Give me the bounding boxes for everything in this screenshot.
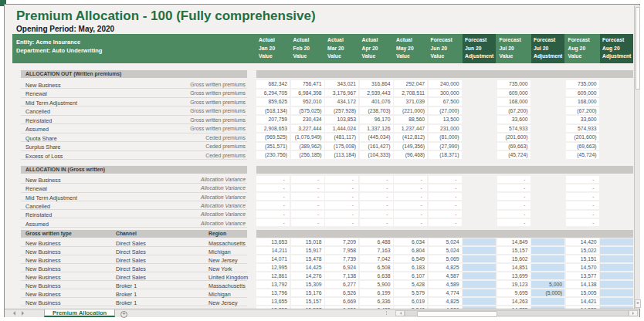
adjustment-cell[interactable] — [600, 272, 633, 279]
value-cell[interactable]: 96,170 — [360, 116, 393, 123]
value-cell[interactable]: (149,356) — [394, 143, 427, 150]
value-cell[interactable]: 207,759 — [256, 116, 290, 123]
value-cell[interactable]: 316,864 — [360, 80, 393, 88]
column-header-apr-20-value[interactable]: ActualApr 20Value — [360, 34, 393, 63]
adjustment-cell[interactable]: (5,000) — [531, 289, 564, 296]
vertical-scrollbar[interactable] — [634, 5, 640, 309]
value-cell[interactable]: 4,774 — [429, 289, 462, 296]
value-cell[interactable]: 15,309 — [291, 281, 324, 288]
value-cell[interactable]: 14,071 — [256, 255, 290, 262]
adjustment-cell[interactable] — [600, 298, 633, 305]
value-cell[interactable]: (389,962) — [291, 143, 324, 150]
add-sheet-button[interactable]: + — [120, 311, 127, 318]
value-cell[interactable]: (81,000) — [429, 133, 462, 141]
variance-cell[interactable]: - — [429, 201, 462, 208]
value-cell[interactable]: 231,000 — [429, 125, 462, 133]
value-cell[interactable]: (69,663) — [497, 143, 530, 150]
value-cell[interactable]: 609,000 — [497, 90, 530, 97]
variance-cell[interactable]: - — [394, 219, 427, 226]
value-cell[interactable]: 14,211 — [256, 247, 290, 254]
value-cell[interactable]: (257,928) — [325, 107, 358, 115]
value-cell[interactable]: 401,076 — [360, 98, 393, 106]
value-cell[interactable]: 6,638 — [360, 272, 393, 279]
value-cell[interactable]: 6,549 — [394, 255, 427, 262]
value-cell[interactable]: 15,602 — [497, 255, 530, 262]
value-cell[interactable]: 1,237,447 — [394, 125, 427, 133]
value-cell[interactable]: 5,900 — [360, 281, 393, 288]
adjustment-cell[interactable] — [531, 264, 564, 271]
value-cell[interactable]: 2,908,653 — [256, 125, 290, 133]
variance-cell[interactable]: - — [497, 201, 530, 208]
variance-cell[interactable]: - — [566, 211, 599, 218]
value-cell[interactable]: 4,825 — [429, 264, 462, 271]
value-cell[interactable]: 15,917 — [291, 247, 324, 254]
value-cell[interactable]: 14,849 — [497, 238, 530, 245]
value-cell[interactable]: (412,812) — [394, 133, 427, 141]
value-cell[interactable]: (69,663) — [566, 143, 599, 150]
value-cell[interactable]: 67,500 — [429, 98, 462, 106]
value-cell[interactable]: 33,600 — [566, 116, 599, 123]
value-cell[interactable]: 5,579 — [394, 289, 427, 296]
value-cell[interactable]: 230,434 — [291, 116, 324, 123]
adjustment-cell[interactable] — [600, 264, 633, 271]
value-cell[interactable]: 15,157 — [497, 247, 530, 254]
value-cell[interactable]: 5,428 — [394, 281, 427, 288]
value-cell[interactable]: 735,000 — [566, 80, 599, 88]
value-cell[interactable]: 2,939,443 — [360, 90, 393, 97]
value-cell[interactable]: 7,138 — [325, 272, 358, 279]
variance-cell[interactable]: - — [566, 184, 599, 191]
variance-cell[interactable]: - — [291, 176, 324, 183]
value-cell[interactable]: 6,336 — [360, 298, 393, 305]
value-cell[interactable]: (230,756) — [256, 151, 290, 159]
value-cell[interactable]: (45,724) — [497, 151, 530, 159]
variance-cell[interactable]: - — [256, 184, 290, 191]
adjustment-cell[interactable] — [600, 289, 633, 296]
variance-cell[interactable]: - — [497, 193, 530, 200]
value-cell[interactable]: 4,589 — [429, 281, 462, 288]
value-cell[interactable]: 574,933 — [566, 125, 599, 133]
column-header-jul-20-value[interactable]: ForecastJul 20Value — [497, 34, 530, 63]
variance-cell[interactable]: - — [360, 211, 393, 218]
value-cell[interactable]: (67,200) — [566, 107, 599, 115]
value-cell[interactable]: (256,185) — [291, 151, 324, 159]
variance-cell[interactable]: - — [291, 211, 324, 218]
value-cell[interactable]: (113,184) — [325, 151, 358, 159]
value-cell[interactable]: 735,000 — [497, 80, 530, 88]
value-cell[interactable]: 14,570 — [566, 264, 599, 271]
tab-premium-allocation[interactable]: Premium Allocation — [44, 309, 115, 317]
adjustment-cell[interactable]: 5,000 — [531, 281, 564, 288]
value-cell[interactable]: 434,172 — [325, 98, 358, 106]
variance-cell[interactable]: - — [360, 176, 393, 183]
variance-cell[interactable]: - — [394, 176, 427, 183]
value-cell[interactable]: 6,804 — [394, 247, 427, 254]
value-cell[interactable]: 682,342 — [256, 80, 290, 88]
value-cell[interactable]: 300,000 — [429, 90, 462, 97]
value-cell[interactable]: (67,200) — [497, 107, 530, 115]
adjustment-cell[interactable] — [531, 238, 564, 245]
variance-cell[interactable]: - — [360, 184, 393, 191]
value-cell[interactable]: 7,163 — [360, 247, 393, 254]
value-cell[interactable]: 609,000 — [566, 90, 599, 97]
column-header-jan-20-value[interactable]: ActualJan 20Value — [256, 34, 290, 63]
adjustment-cell[interactable] — [531, 255, 564, 262]
value-cell[interactable]: 7,042 — [360, 255, 393, 262]
value-cell[interactable]: 13,655 — [256, 298, 290, 305]
value-cell[interactable]: (104,333) — [360, 151, 393, 159]
value-cell[interactable]: 14,420 — [566, 238, 599, 245]
variance-cell[interactable]: - — [566, 176, 599, 183]
variance-cell[interactable]: - — [256, 211, 290, 218]
value-cell[interactable]: (481,117) — [325, 133, 358, 141]
value-cell[interactable]: 6,526 — [325, 289, 358, 296]
value-cell[interactable]: (969,525) — [256, 133, 290, 141]
variance-cell[interactable]: - — [497, 219, 530, 226]
value-cell[interactable]: 13,577 — [566, 272, 599, 279]
value-cell[interactable]: 756,471 — [291, 80, 324, 88]
variance-cell[interactable]: - — [429, 184, 462, 191]
value-cell[interactable]: 168,000 — [566, 98, 599, 106]
adjustment-cell[interactable] — [531, 272, 564, 279]
value-cell[interactable]: (1,076,949) — [291, 133, 324, 141]
value-cell[interactable]: 3,227,444 — [291, 125, 324, 133]
value-cell[interactable]: (201,600) — [497, 133, 530, 141]
value-cell[interactable]: 15,018 — [291, 238, 324, 245]
value-cell[interactable]: 7,209 — [325, 238, 358, 245]
